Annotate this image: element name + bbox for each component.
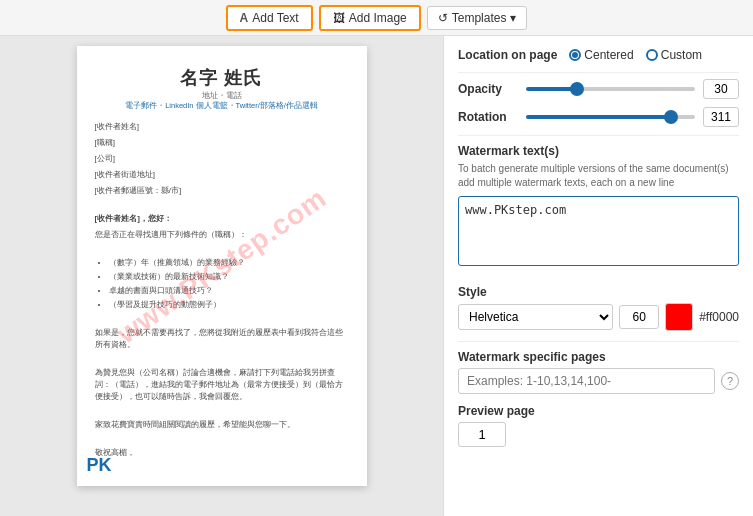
doc-line: 敬祝高楣， [95, 447, 349, 459]
help-icon[interactable]: ? [721, 372, 739, 390]
doc-line: [公司] [95, 153, 349, 165]
watermark-text-label: Watermark text(s) [458, 144, 739, 158]
style-row: Helvetica Arial Times New Roman #ff0000 [458, 303, 739, 331]
preview-page-input[interactable] [458, 422, 506, 447]
doc-preview: 名字 姓氏 地址・電話 電子郵件・LinkedIn 個人電籃・Twitter/部… [0, 36, 443, 516]
watermark-textarea[interactable] [458, 196, 739, 266]
doc-body: [收件者姓名] [職稱] [公司] [收件者街道地址] [收件者郵遞區號：縣/市… [95, 121, 349, 459]
rotation-label: Rotation [458, 110, 518, 124]
opacity-row: Opacity [458, 79, 739, 99]
pages-input-row: ? [458, 368, 739, 394]
rotation-value-input[interactable] [703, 107, 739, 127]
divider-1 [458, 72, 739, 73]
preview-page-label: Preview page [458, 404, 739, 418]
rotation-slider-track [526, 115, 695, 119]
radio-custom-circle [646, 49, 658, 61]
doc-line: 如果是，您就不需要再找了，您將從我附近的履歷表中看到我符合這些所有資格。 [95, 327, 349, 351]
templates-icon: ↺ [438, 11, 448, 25]
doc-name: 名字 姓氏 [95, 66, 349, 90]
location-row: Location on page Centered Custom [458, 48, 739, 62]
location-label: Location on page [458, 48, 557, 62]
doc-line: [收件者街道地址] [95, 169, 349, 181]
doc-list-item: （學習及提升技巧的動態例子） [109, 299, 349, 311]
opacity-slider-container[interactable] [526, 79, 695, 99]
templates-label: Templates [452, 11, 507, 25]
opacity-value-input[interactable] [703, 79, 739, 99]
doc-line: 家致花費寶貴時間組關閱讀的履歷，希望能與您聊一下。 [95, 419, 349, 431]
doc-list: （數字）年（推薦領域）的業務經驗？ （業業或技術）的最新技術知識？ 卓越的書面與… [109, 257, 349, 311]
doc-line: [收件者郵遞區號：縣/市] [95, 185, 349, 197]
rotation-slider-thumb[interactable] [664, 110, 678, 124]
pages-input[interactable] [458, 368, 715, 394]
doc-list-item: 卓越的書面與口頭溝通技巧？ [109, 285, 349, 297]
right-panel: Location on page Centered Custom Opacity [443, 36, 753, 516]
doc-line: [收件者姓名] [95, 121, 349, 133]
color-hex-label: #ff0000 [699, 310, 739, 324]
doc-header: 名字 姓氏 地址・電話 電子郵件・LinkedIn 個人電籃・Twitter/部… [95, 66, 349, 111]
watermark-hint: To batch generate multiple versions of t… [458, 162, 739, 190]
doc-line: 您是否正在尋找適用下列條件的（職稱）： [95, 229, 349, 241]
radio-centered-circle [569, 49, 581, 61]
add-image-icon: 🖼 [333, 11, 345, 25]
color-swatch[interactable] [665, 303, 693, 331]
toolbar: A Add Text 🖼 Add Image ↺ Templates ▾ [0, 0, 753, 36]
doc-subtitle: 地址・電話 [95, 90, 349, 101]
doc-line: 為贊見您與（公司名稱）討論合適機會，麻請打下列電話給我另拼查詞：（電話），進結我… [95, 367, 349, 403]
font-size-input[interactable] [619, 305, 659, 329]
doc-list-item: （業業或技術）的最新技術知識？ [109, 271, 349, 283]
add-text-icon: A [240, 11, 249, 25]
rotation-slider-container[interactable] [526, 107, 695, 127]
doc-list-item: （數字）年（推薦領域）的業務經驗？ [109, 257, 349, 269]
divider-2 [458, 135, 739, 136]
pk-logo: PK [87, 455, 112, 476]
add-image-label: Add Image [349, 11, 407, 25]
add-text-label: Add Text [252, 11, 298, 25]
rotation-row: Rotation [458, 107, 739, 127]
radio-custom[interactable]: Custom [646, 48, 702, 62]
style-label: Style [458, 285, 739, 299]
opacity-slider-thumb[interactable] [570, 82, 584, 96]
add-image-button[interactable]: 🖼 Add Image [319, 5, 421, 31]
doc-contact: 電子郵件・LinkedIn 個人電籃・Twitter/部落格/作品選輯 [95, 101, 349, 111]
doc-line: [職稱] [95, 137, 349, 149]
opacity-slider-track [526, 87, 695, 91]
divider-3 [458, 341, 739, 342]
font-select[interactable]: Helvetica Arial Times New Roman [458, 304, 613, 330]
opacity-label: Opacity [458, 82, 518, 96]
radio-centered[interactable]: Centered [569, 48, 633, 62]
add-text-button[interactable]: A Add Text [226, 5, 313, 31]
doc-page: 名字 姓氏 地址・電話 電子郵件・LinkedIn 個人電籃・Twitter/部… [77, 46, 367, 486]
main-area: 名字 姓氏 地址・電話 電子郵件・LinkedIn 個人電籃・Twitter/部… [0, 36, 753, 516]
doc-salutation: [收件者姓名]，您好： [95, 213, 349, 225]
radio-group-location: Centered Custom [569, 48, 702, 62]
radio-custom-label: Custom [661, 48, 702, 62]
templates-button[interactable]: ↺ Templates ▾ [427, 6, 528, 30]
specific-pages-label: Watermark specific pages [458, 350, 739, 364]
templates-chevron-icon: ▾ [510, 11, 516, 25]
radio-centered-label: Centered [584, 48, 633, 62]
